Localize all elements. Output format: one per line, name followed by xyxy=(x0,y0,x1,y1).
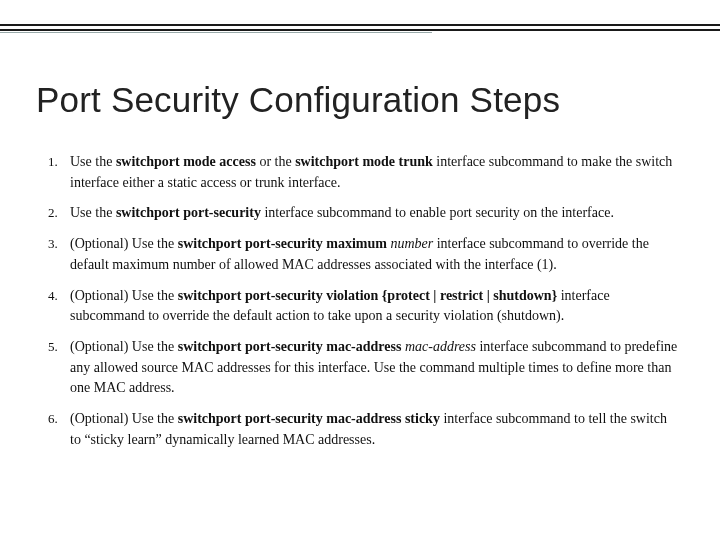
list-item: Use the switchport port-security interfa… xyxy=(48,203,680,224)
list-item: (Optional) Use the switchport port-secur… xyxy=(48,286,680,327)
cmd: switchport port-security violation {prot… xyxy=(178,288,557,303)
text: or the xyxy=(256,154,295,169)
list-item: Use the switchport mode access or the sw… xyxy=(48,152,680,193)
text: (Optional) Use the xyxy=(70,411,178,426)
arg: mac-address xyxy=(401,339,476,354)
steps-list: Use the switchport mode access or the sw… xyxy=(48,152,680,461)
cmd: switchport mode access xyxy=(116,154,256,169)
cmd: switchport mode trunk xyxy=(295,154,433,169)
text: (Optional) Use the xyxy=(70,288,178,303)
text: Use the xyxy=(70,154,116,169)
list-item: (Optional) Use the switchport port-secur… xyxy=(48,234,680,275)
page-title: Port Security Configuration Steps xyxy=(36,80,560,120)
arg: number xyxy=(387,236,433,251)
text: interface subcommand to enable port secu… xyxy=(261,205,614,220)
cmd: switchport port-security maximum xyxy=(178,236,387,251)
list-item: (Optional) Use the switchport port-secur… xyxy=(48,337,680,399)
cmd: switchport port-security mac-address sti… xyxy=(178,411,440,426)
text: (Optional) Use the xyxy=(70,236,178,251)
cmd: switchport port-security mac-address xyxy=(178,339,402,354)
header-rule xyxy=(0,24,720,33)
text: Use the xyxy=(70,205,116,220)
text: (Optional) Use the xyxy=(70,339,178,354)
list-item: (Optional) Use the switchport port-secur… xyxy=(48,409,680,450)
cmd: switchport port-security xyxy=(116,205,261,220)
